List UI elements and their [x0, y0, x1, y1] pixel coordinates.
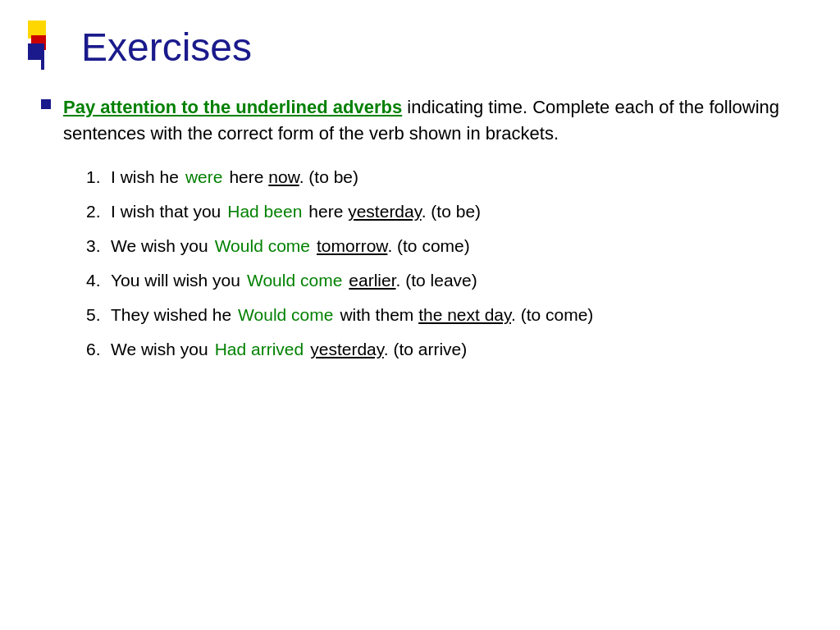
- exercise-prefix: We wish you: [111, 340, 208, 359]
- exercise-prefix: You will wish you: [111, 271, 240, 290]
- exercise-middle: here now. (to be): [229, 167, 358, 187]
- highlight-text: Pay attention to the underlined adverbs: [63, 97, 402, 117]
- exercise-middle: here yesterday. (to be): [308, 202, 481, 221]
- exercise-answer: were: [185, 167, 223, 187]
- exercise-number: 3.: [86, 236, 111, 256]
- exercises-list: 1. I wish he were here now. (to be) 2. I…: [86, 167, 799, 359]
- page-title: Exercises: [81, 25, 252, 70]
- exercise-number: 1.: [86, 167, 111, 187]
- exercise-number: 2.: [86, 202, 111, 221]
- instruction-section: Pay attention to the underlined adverbs …: [41, 94, 799, 147]
- exercise-number: 5.: [86, 305, 111, 325]
- exercise-answer: Would come: [215, 236, 310, 256]
- exercise-row: 1. I wish he were here now. (to be): [86, 167, 799, 187]
- bullet-icon: [41, 99, 51, 109]
- exercise-answer: Had been: [227, 202, 302, 221]
- exercise-row: 4. You will wish you Would come earlier.…: [86, 271, 799, 290]
- exercise-row: 6. We wish you Had arrived yesterday. (t…: [86, 340, 799, 359]
- slide: Exercises Pay attention to the underline…: [0, 0, 840, 630]
- exercise-row: 5. They wished he Would come with them t…: [86, 305, 799, 325]
- exercise-middle: with them the next day. (to come): [340, 305, 593, 325]
- exercise-answer: Had arrived: [215, 340, 304, 359]
- header: Exercises: [41, 25, 799, 70]
- blue-square: [28, 43, 44, 60]
- exercise-row: 3. We wish you Would come tomorrow. (to …: [86, 236, 799, 256]
- exercise-prefix: We wish you: [111, 236, 208, 256]
- instruction-text: Pay attention to the underlined adverbs …: [63, 94, 799, 147]
- exercise-row: 2. I wish that you Had been here yesterd…: [86, 202, 799, 221]
- exercise-prefix: They wished he: [111, 305, 231, 325]
- exercise-prefix: I wish he: [111, 167, 179, 187]
- exercise-answer: Would come: [247, 271, 342, 290]
- exercise-middle: tomorrow. (to come): [317, 236, 470, 256]
- decorative-icon: [28, 21, 61, 62]
- exercise-middle: earlier. (to leave): [349, 271, 477, 290]
- exercise-number: 6.: [86, 340, 111, 359]
- exercise-prefix: I wish that you: [111, 202, 221, 221]
- exercise-middle: yesterday. (to arrive): [310, 340, 467, 359]
- exercise-number: 4.: [86, 271, 111, 290]
- exercise-answer: Would come: [238, 305, 333, 325]
